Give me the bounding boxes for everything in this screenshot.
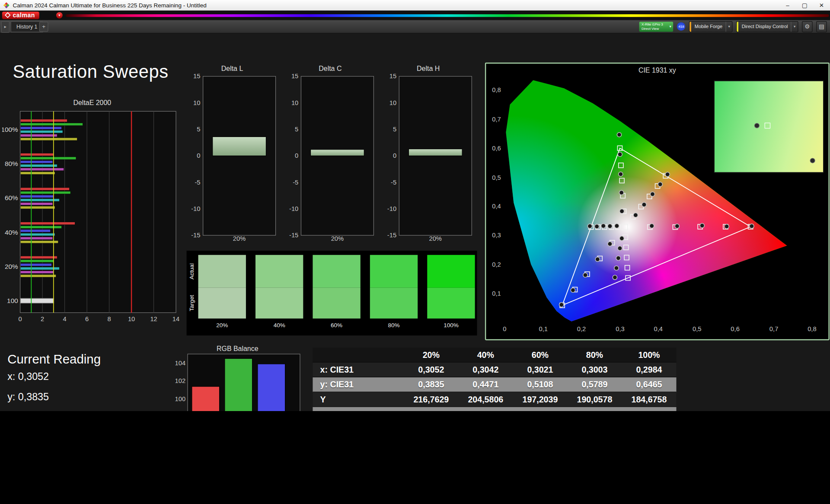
target-swatch: [313, 288, 360, 319]
table-row-label: Y: [313, 395, 404, 404]
table-cell: 0,3077: [458, 409, 513, 411]
deltae-chart-title: DeltaE 2000: [2, 99, 182, 107]
display-control-button[interactable]: Direct Display Control ▾: [737, 21, 798, 32]
calman-logo[interactable]: calman: [2, 12, 39, 19]
delta-l-chart: Delta L 151050-5-10-1520%: [187, 65, 277, 245]
panel-expand-button[interactable]: ▸: [1, 21, 10, 33]
deltae-bar: [20, 195, 54, 198]
table-cell: 216,7629: [404, 395, 458, 404]
deltae-bar: [20, 172, 55, 174]
table-row: Target x:CIE310,31020,30770,30520,30280,…: [313, 407, 676, 411]
inset-target-point: [765, 123, 770, 128]
deltae-bar: [20, 260, 54, 262]
deltae-x-tick: 14: [172, 316, 179, 322]
cie-measured-point: [587, 224, 592, 228]
meter-count-badge[interactable]: 418: [677, 22, 686, 31]
table-cell: 184,6758: [622, 395, 676, 404]
table-cell: 0,5108: [513, 380, 567, 389]
table-cell: 0,3000: [622, 409, 676, 411]
deltae-bar: [20, 161, 53, 163]
deltae-x-tick: 10: [128, 316, 135, 322]
rgb-bar-blue: [258, 364, 285, 411]
table-row-label: Target x:CIE31: [313, 409, 404, 411]
deltae-bar: [20, 206, 55, 209]
cie-measured-point: [619, 236, 624, 240]
actual-swatch: [255, 255, 303, 288]
deltae-x-tick: 4: [63, 316, 66, 322]
calman-logo-text: calman: [13, 12, 35, 19]
chevron-down-icon: ▾: [791, 22, 798, 32]
table-column-header: 100%: [622, 350, 676, 360]
rgb-y-tick: 102: [175, 377, 186, 384]
deltae-bar: [20, 233, 55, 236]
calman-diamond-icon: [5, 11, 10, 20]
cie-x-tick: 0,3: [616, 325, 624, 332]
rgb-balance-title: RGB Balance: [171, 345, 304, 353]
cie-measured-point: [583, 273, 587, 277]
cie-x-tick: 0,6: [731, 325, 739, 332]
cie-y-tick: 0,2: [492, 261, 501, 268]
deltae-group-label: 80%: [5, 160, 18, 167]
table-column-header: 20%: [404, 350, 458, 360]
table-cell: 0,3052: [513, 409, 567, 411]
delta-c-chart: Delta C 151050-5-10-1520%: [285, 65, 375, 245]
actual-label-text: Actual: [188, 263, 195, 279]
settings-gear-button[interactable]: ⚙: [802, 21, 813, 32]
deltae-bar: [20, 202, 53, 205]
target-swatch: [370, 288, 418, 319]
meter-selector-button[interactable]: X-Rite i1Pro 3 Direct View ▾: [639, 22, 673, 32]
measurement-table: 20%40%60%80%100%x: CIE310,30520,30420,30…: [313, 348, 676, 411]
meter-label: X-Rite i1Pro 3 Direct View: [642, 22, 669, 31]
cie-measured-point: [595, 257, 600, 262]
maximize-button[interactable]: ▢: [796, 0, 813, 11]
table-column-header: 40%: [458, 350, 513, 360]
source-selector-button[interactable]: Mobile Forge ▾: [689, 21, 733, 32]
deltae-group-label: 60%: [5, 194, 18, 201]
close-button[interactable]: ✕: [813, 0, 830, 11]
table-cell: 0,4471: [458, 380, 513, 389]
swatch-level-label: 80%: [370, 322, 418, 328]
delta-x-label: 20%: [331, 235, 344, 242]
add-tab-button[interactable]: +: [39, 22, 48, 32]
actual-swatch: [313, 255, 360, 288]
delta-bar: [409, 149, 462, 156]
cie-y-tick: 0,7: [492, 116, 501, 123]
tab-history-1[interactable]: History 1: [11, 21, 43, 32]
deltae-bar: [20, 237, 53, 239]
brand-menu-caret[interactable]: ▾: [56, 12, 63, 19]
minimize-button[interactable]: –: [779, 0, 796, 11]
cie-x-tick: 0,4: [654, 325, 663, 332]
delta-y-tick: -15: [191, 232, 200, 239]
delta-y-tick: -10: [289, 205, 298, 212]
deltae-bar: [20, 241, 58, 243]
cie-measured-point: [619, 209, 624, 213]
rgb-balance-plot: 104102100989620%: [171, 353, 304, 411]
target-swatch: [427, 288, 475, 319]
table-row: x: CIE310,30520,30420,30210,30030,2984: [313, 363, 676, 377]
deltae-bar: [20, 123, 83, 125]
deltae-bar: [20, 131, 63, 133]
delta-y-tick: -5: [293, 179, 298, 186]
deltae-bar: [20, 153, 54, 156]
delta-y-tick: 15: [193, 73, 200, 80]
source-label: Mobile Forge: [691, 24, 725, 29]
window-controls: – ▢ ✕: [779, 0, 830, 11]
delta-y-tick: 5: [295, 126, 298, 133]
titlebar: Calman 2024 Calman Ultimate for Business…: [0, 0, 830, 11]
cie-y-tick: 0,5: [492, 174, 501, 181]
table-cell: 0,3835: [404, 380, 458, 389]
cie-measured-point: [608, 224, 612, 228]
table-cell: 0,3028: [567, 409, 622, 411]
delta-y-tick: 10: [291, 99, 298, 106]
cie-x-tick: 0,2: [577, 325, 586, 332]
swatch-level-label: 60%: [313, 322, 360, 328]
rgb-balance-chart: RGB Balance 104102100989620%: [171, 345, 304, 411]
cie-measured-point: [750, 224, 754, 228]
cie-measured-point: [616, 256, 620, 260]
table-cell: 0,5789: [567, 380, 622, 389]
layout-button[interactable]: ▤: [816, 21, 827, 32]
deltae-plot: 02468101214100%80%60%40%20%100: [2, 107, 182, 331]
cie-measured-point: [658, 182, 662, 186]
delta-y-tick: -15: [387, 232, 396, 239]
delta-c-plot: 151050-5-10-1520%: [285, 73, 375, 246]
